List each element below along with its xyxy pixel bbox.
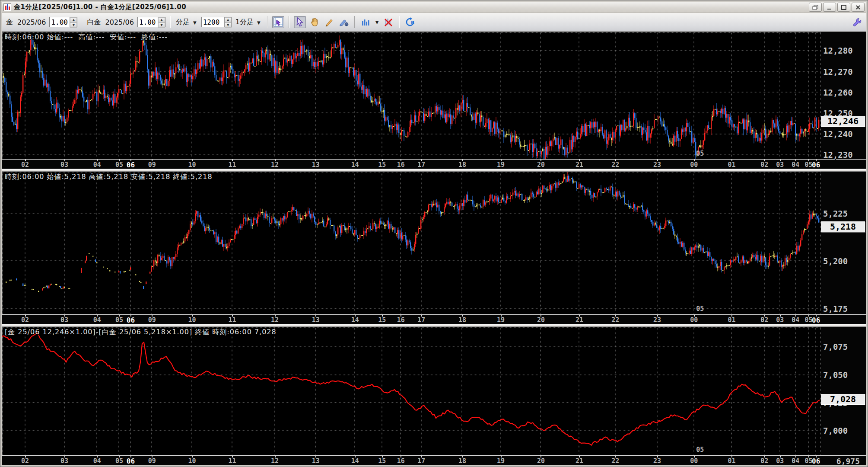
- time-axis-label: 19: [497, 457, 505, 465]
- spread-plot-area[interactable]: 05: [2, 327, 821, 455]
- price-axis-label: 7,000: [823, 426, 848, 435]
- bar-chart-icon: [361, 18, 370, 26]
- time-axis-label: 21: [575, 316, 583, 324]
- platinum-symbol-label: 白金: [86, 18, 102, 27]
- time-axis-label: 12: [271, 161, 279, 169]
- app-candlestick-icon: [3, 3, 11, 11]
- reload-button[interactable]: R: [404, 16, 416, 28]
- gold-ratio-arrows[interactable]: ▲▼: [70, 17, 77, 27]
- time-axis-label: 09: [148, 316, 156, 324]
- time-axis-label: 10: [188, 457, 196, 465]
- gold-status-line: 時刻:06:00 始値:--- 高値:--- 安値:--- 終値:---: [5, 33, 168, 42]
- time-axis-label: 06: [127, 457, 135, 465]
- delete-chart-button[interactable]: [382, 16, 394, 28]
- title-bar[interactable]: 金1分足[2025/06]1.00 - 白金1分足[2025/06]1.00: [2, 2, 866, 13]
- spread-status-line: [金 25/06 12,246×1.00]-[白金 25/06 5,218×1.…: [5, 328, 277, 337]
- time-axis-label: 03: [60, 161, 68, 169]
- time-axis-label: 00: [690, 457, 698, 465]
- timeframe-dropdown[interactable]: 1分足 ▼: [235, 18, 263, 27]
- time-axis-label: 12: [271, 316, 279, 324]
- gold-ratio-spinner[interactable]: ▲▼: [49, 17, 77, 27]
- time-axis-label: 13: [312, 457, 320, 465]
- time-axis-label: 13: [312, 161, 320, 169]
- platinum-ratio-spinner[interactable]: ▲▼: [137, 17, 165, 27]
- platinum-status-line: 時刻:06:00 始値:5,218 高値:5,218 安値:5,218 終値:5…: [5, 173, 213, 182]
- time-axis-label: 17: [417, 316, 425, 324]
- platinum-ratio-input[interactable]: [138, 17, 158, 27]
- spread-time-axis: 6,975 0203040506091011121314151617181920…: [2, 455, 866, 465]
- price-axis-label: 12,240: [823, 130, 853, 138]
- time-axis-label: 19: [497, 316, 505, 324]
- platinum-candle-panel[interactable]: 05 時刻:06:00 始値:5,218 高値:5,218 安値:5,218 終…: [2, 171, 866, 324]
- bar-chart-type-button[interactable]: [359, 16, 372, 28]
- time-axis-label: 03: [776, 161, 784, 169]
- time-axis-label: 05: [115, 457, 123, 465]
- time-axis-label: 06: [127, 316, 135, 324]
- chevron-down-icon: ▼: [192, 20, 198, 25]
- price-axis-label: 5,175: [823, 304, 848, 313]
- draw-line-tool-button[interactable]: [323, 16, 335, 28]
- close-button[interactable]: [852, 3, 865, 12]
- time-axis-label: 04: [792, 457, 799, 465]
- time-axis-label: 12: [271, 457, 279, 465]
- time-axis-label: 06: [812, 316, 820, 324]
- marker-tool-button[interactable]: [338, 16, 350, 28]
- time-axis-label: 01: [728, 316, 735, 324]
- time-axis-label: 19: [497, 161, 505, 169]
- time-axis-label: 21: [575, 161, 583, 169]
- settings-button[interactable]: [851, 16, 863, 28]
- gold-plot-area[interactable]: 05: [2, 32, 821, 159]
- cascade-windows-button[interactable]: [809, 3, 822, 12]
- marker-crosshair-icon: [339, 17, 349, 27]
- chart-stack: 05 時刻:06:00 始値:--- 高値:--- 安値:--- 終値:--- …: [2, 32, 866, 465]
- time-axis-label: 20: [537, 161, 545, 169]
- price-axis-label: 12,260: [823, 88, 853, 97]
- time-axis-label: 05: [805, 161, 813, 169]
- time-axis-label: 20: [537, 316, 545, 324]
- time-axis-label: 11: [228, 316, 236, 324]
- time-axis-label: 04: [93, 161, 101, 169]
- time-axis-label: 18: [458, 457, 466, 465]
- time-axis-label: 06: [812, 161, 820, 169]
- gold-candle-panel[interactable]: 05 時刻:06:00 始値:--- 高値:--- 安値:--- 終値:--- …: [2, 32, 866, 169]
- delete-chart-icon: [384, 17, 393, 27]
- gold-ratio-input[interactable]: [50, 17, 70, 27]
- maximize-button[interactable]: [837, 3, 850, 12]
- price-axis-label: 12,280: [823, 46, 853, 55]
- interval-dropdown[interactable]: 分足 ▼: [175, 18, 199, 27]
- window-title: 金1分足[2025/06]1.00 - 白金1分足[2025/06]1.00: [14, 3, 186, 11]
- gold-current-price-box: 12,246: [821, 116, 865, 127]
- time-axis-label: 10: [188, 316, 196, 324]
- gold-symbol-label: 金: [5, 18, 14, 27]
- hand-tool-button[interactable]: [308, 16, 321, 28]
- price-axis-label: 7,075: [823, 342, 848, 351]
- time-axis-label: 09: [148, 457, 156, 465]
- bar-count-arrows[interactable]: ▲▼: [224, 17, 232, 27]
- bar-count-spinner[interactable]: ▲▼: [201, 17, 232, 27]
- spread-line-panel[interactable]: 05 [金 25/06 12,246×1.00]-[白金 25/06 5,218…: [2, 326, 866, 465]
- main-toolbar: 金 2025/06 ▲▼ 白金 2025/06 ▲▼ 分足 ▼ ▲▼ 1分足 ▼: [2, 13, 866, 32]
- select-tool-button[interactable]: [294, 16, 306, 28]
- chart-type-chevron-icon[interactable]: ▼: [374, 20, 380, 25]
- time-axis-label: 03: [60, 457, 68, 465]
- time-axis-label: 13: [312, 316, 320, 324]
- platinum-plot-area[interactable]: 05: [2, 172, 821, 314]
- time-axis-label: 02: [21, 316, 29, 324]
- price-axis-label: 7,050: [823, 371, 848, 379]
- platinum-contract-month: 2025/06: [104, 18, 134, 26]
- time-axis-label: 01: [728, 161, 735, 169]
- time-axis-label: 04: [93, 457, 101, 465]
- time-axis-label: 04: [792, 161, 799, 169]
- time-axis-label: 22: [611, 161, 619, 169]
- time-axis-label: 16: [397, 161, 405, 169]
- price-axis-label: 12,230: [823, 150, 853, 159]
- minimize-button[interactable]: [823, 3, 836, 12]
- time-axis-label: 23: [653, 161, 661, 169]
- time-axis-label: 16: [397, 316, 405, 324]
- time-axis-label: 09: [148, 161, 156, 169]
- time-axis-label: 21: [575, 457, 583, 465]
- chart-cursor-tool-button[interactable]: [272, 16, 284, 28]
- time-axis-label: 18: [458, 316, 466, 324]
- platinum-ratio-arrows[interactable]: ▲▼: [158, 17, 165, 27]
- bar-count-input[interactable]: [202, 17, 224, 27]
